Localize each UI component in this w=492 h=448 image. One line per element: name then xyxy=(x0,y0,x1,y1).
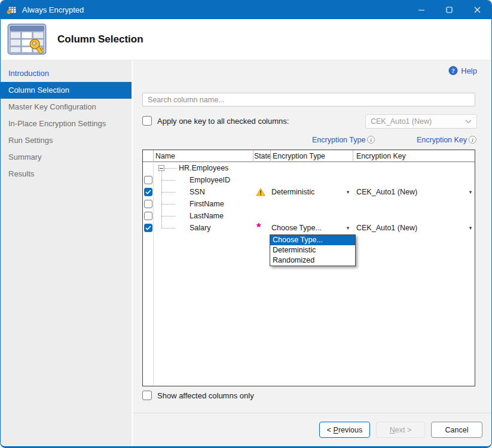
chevron-down-icon xyxy=(465,120,472,124)
encryption-type-value: Choose Type... xyxy=(271,222,322,234)
table-row[interactable]: FirstName xyxy=(143,198,475,210)
sidebar-item-run-settings[interactable]: Run Settings xyxy=(1,132,132,149)
columns-grid: Name State Encryption Type Encryption Ke… xyxy=(142,150,475,386)
page-header: Column Selection xyxy=(1,19,491,60)
grid-header-encryption-type: Encryption Type xyxy=(273,150,325,162)
sidebar-item-in-place-encryption-settings[interactable]: In-Place Encryption Settings xyxy=(1,115,132,132)
grid-header-row: Name State Encryption Type Encryption Ke… xyxy=(143,150,475,162)
app-table-key-icon xyxy=(7,5,17,15)
column-name-label: LastName xyxy=(190,210,224,222)
encryption-key-dropdown-arrow[interactable]: ▾ xyxy=(466,186,475,198)
encryption-key-value: CEK_Auto1 (New) xyxy=(356,222,417,234)
previous-button[interactable]: < Previous xyxy=(319,422,370,438)
minimize-button[interactable] xyxy=(407,1,435,19)
wizard-steps-sidebar: Introduction Column Selection Master Key… xyxy=(1,60,133,446)
table-row[interactable]: SSN Deterministic ▾ CEK_Auto1 (New) ▾ xyxy=(143,186,475,198)
close-icon xyxy=(474,7,481,13)
cancel-button[interactable]: Cancel xyxy=(431,422,482,438)
sidebar-item-summary[interactable]: Summary xyxy=(1,149,132,166)
minimize-icon xyxy=(418,7,425,14)
encryption-type-dropdown-arrow[interactable]: ▾ xyxy=(344,222,352,234)
column-name-label: SSN xyxy=(190,186,205,198)
table-row[interactable]: LastName xyxy=(143,210,475,222)
grid-header-state: State xyxy=(254,150,271,162)
dropdown-option-randomized[interactable]: Randomized xyxy=(270,255,355,266)
warning-icon xyxy=(256,188,265,196)
encryption-key-link[interactable]: Encryption Key xyxy=(417,136,467,144)
table-group-row[interactable]: HR.Employees xyxy=(143,162,475,174)
row-checkbox-lastname[interactable] xyxy=(144,212,152,220)
grid-header-encryption-key: Encryption Key xyxy=(356,150,406,162)
dropdown-option-choose-type[interactable]: Choose Type... xyxy=(270,235,355,245)
tree-branch-line xyxy=(161,192,175,193)
help-label: Help xyxy=(461,66,477,75)
encryption-type-dropdown-list: Choose Type... Deterministic Randomized xyxy=(270,234,356,266)
encryption-type-value: Deterministic xyxy=(271,186,314,198)
svg-text:?: ? xyxy=(452,68,455,74)
tree-branch-line xyxy=(161,204,175,205)
apply-one-key-label: Apply one key to all checked columns: xyxy=(157,117,289,126)
dropdown-option-deterministic[interactable]: Deterministic xyxy=(270,245,355,255)
tree-branch-line xyxy=(161,228,175,228)
encryption-key-value: CEK_Auto1 (New) xyxy=(356,186,417,198)
column-selection-pane: ? Help Apply one key to all checked colu… xyxy=(133,60,491,446)
required-asterisk-icon: * xyxy=(256,221,261,234)
help-icon: ? xyxy=(448,66,458,75)
maximize-icon xyxy=(446,7,453,13)
encryption-type-link[interactable]: Encryption Type xyxy=(312,136,365,144)
next-button: Next > xyxy=(376,422,425,438)
help-link[interactable]: ? Help xyxy=(448,66,477,75)
column-name-label: FirstName xyxy=(190,198,224,210)
sidebar-item-introduction[interactable]: Introduction xyxy=(1,65,132,82)
check-icon xyxy=(145,190,151,194)
grid-header-name: Name xyxy=(155,150,175,162)
footer-bar: < Previous Next > Cancel xyxy=(133,413,491,446)
sidebar-item-results[interactable]: Results xyxy=(1,166,132,182)
search-input[interactable] xyxy=(142,93,475,106)
row-checkbox-ssn[interactable] xyxy=(144,188,152,196)
window-title: Always Encrypted xyxy=(22,5,84,14)
page-title: Column Selection xyxy=(57,33,143,45)
encryption-type-dropdown-arrow[interactable]: ▾ xyxy=(344,186,352,198)
show-affected-columns-checkbox[interactable] xyxy=(142,391,152,400)
row-checkbox-employeeid[interactable] xyxy=(144,176,152,184)
collapse-expander-icon[interactable] xyxy=(158,165,164,171)
tree-branch-line xyxy=(165,168,177,169)
sidebar-item-master-key-configuration[interactable]: Master Key Configuration xyxy=(1,99,132,115)
encryption-type-info-icon[interactable]: i xyxy=(367,136,375,144)
table-key-icon xyxy=(7,23,47,56)
table-name-label: HR.Employees xyxy=(179,162,228,174)
encryption-key-dropdown-arrow[interactable]: ▾ xyxy=(466,222,475,234)
column-name-label: Salary xyxy=(190,222,210,234)
check-icon xyxy=(145,225,151,230)
always-encrypted-wizard-window: Always Encrypted xyxy=(0,0,492,448)
title-bar: Always Encrypted xyxy=(1,1,491,19)
apply-one-key-checkbox[interactable] xyxy=(142,116,152,126)
master-cek-combobox: CEK_Auto1 (New) xyxy=(365,114,477,129)
sidebar-item-column-selection[interactable]: Column Selection xyxy=(1,82,132,99)
tree-branch-line xyxy=(161,180,175,181)
master-cek-value: CEK_Auto1 (New) xyxy=(371,117,432,126)
table-row[interactable]: EmployeeID xyxy=(143,174,475,186)
tree-branch-line xyxy=(161,216,175,217)
show-affected-columns-label: Show affected columns only xyxy=(157,391,254,400)
row-checkbox-firstname[interactable] xyxy=(144,200,152,208)
column-name-label: EmployeeID xyxy=(190,174,230,186)
table-row[interactable]: Salary * Choose Type... ▾ CEK_Auto1 (New… xyxy=(143,222,475,234)
row-checkbox-salary[interactable] xyxy=(144,224,152,232)
close-button[interactable] xyxy=(463,1,491,19)
maximize-button[interactable] xyxy=(435,1,463,19)
encryption-key-info-icon[interactable]: i xyxy=(469,136,476,144)
